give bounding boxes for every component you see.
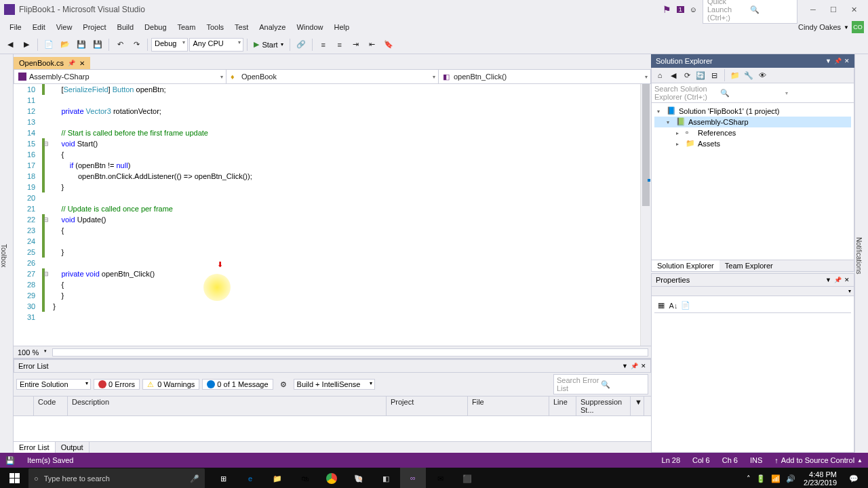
pin-icon[interactable]: 📌 [834, 58, 842, 64]
sync-button[interactable]: ⟳ [682, 70, 692, 81]
nav-back-button[interactable]: ◀ [3, 37, 18, 52]
show-all-button[interactable]: 📁 [730, 70, 741, 81]
indent-button[interactable]: ⇥ [349, 37, 363, 52]
menu-test[interactable]: Test [229, 22, 254, 33]
solution-explorer-header[interactable]: Solution Explorer ▼ 📌 ✕ [651, 54, 854, 68]
tree-node[interactable]: ▾📗Assembly-CSharp [654, 117, 851, 127]
user-name[interactable]: Cindy Oakes [798, 23, 841, 31]
nav-member-select[interactable]: ◧ openBtn_Click() [439, 70, 650, 83]
code-content[interactable]: [SerializeField] Button openBtn; private… [47, 84, 640, 346]
messages-filter[interactable]: 0 of 1 Message [202, 379, 273, 390]
task-view-button[interactable]: ⊞ [210, 468, 236, 488]
pin-icon[interactable]: 📌 [68, 60, 75, 66]
column-header[interactable]: Suppression St... [576, 396, 631, 415]
back-button[interactable]: ◀ [668, 70, 679, 81]
menu-edit[interactable]: Edit [27, 22, 51, 33]
menu-team[interactable]: Team [172, 22, 201, 33]
chevron-down-icon[interactable]: ▼ [825, 277, 831, 283]
nav-class-select[interactable]: ♦ OpenBook [226, 70, 439, 83]
action-center-button[interactable]: 💬 [841, 468, 867, 488]
chevron-down-icon[interactable]: ▼ [844, 24, 849, 30]
bottom-tab[interactable]: Output [56, 442, 90, 453]
column-header[interactable]: Project [387, 396, 468, 415]
taskbar-clock[interactable]: 4:48 PM 2/23/2019 [800, 470, 841, 487]
app-icon-2[interactable]: ⬛ [454, 468, 480, 488]
menu-file[interactable]: File [4, 22, 27, 33]
preview-button[interactable]: 👁 [757, 70, 768, 81]
explorer-app-icon[interactable]: 📁 [264, 468, 290, 488]
uncomment-button[interactable]: ≡ [332, 37, 347, 52]
store-app-icon[interactable]: 🛍 [292, 468, 317, 488]
config-select[interactable]: Debug [151, 38, 188, 52]
start-button[interactable] [1, 468, 28, 488]
chrome-app-icon[interactable] [319, 468, 344, 488]
chevron-down-icon[interactable]: ▼ [825, 58, 831, 64]
outdent-button[interactable]: ⇤ [365, 37, 380, 52]
add-source-control-button[interactable]: ↑ Add to Source Control ▲ [774, 456, 863, 464]
alphabetical-button[interactable]: A↓ [668, 300, 679, 311]
warnings-filter[interactable]: ⚠0 Warnings [142, 379, 199, 390]
close-button[interactable]: ✕ [844, 3, 864, 16]
unity-app-icon[interactable]: ◧ [373, 468, 399, 488]
new-project-button[interactable]: 📄 [41, 37, 56, 52]
filter-button[interactable]: ⚙ [276, 377, 291, 392]
volume-icon[interactable]: 🔊 [786, 474, 795, 483]
mic-icon[interactable]: 🎤 [190, 474, 199, 483]
solution-tree[interactable]: ▾📘Solution 'FlipBook1' (1 project)▾📗Asse… [651, 103, 854, 260]
nav-scope-select[interactable]: Assembly-CSharp [14, 70, 226, 83]
error-list-header[interactable]: Error List ▼ 📌 ✕ [14, 359, 651, 373]
file-tab-openbook[interactable]: OpenBook.cs 📌 ✕ [14, 57, 90, 69]
menu-window[interactable]: Window [291, 22, 328, 33]
filter-icon[interactable]: ▼ [631, 396, 644, 415]
toolbox-tab[interactable]: Toolbox [0, 54, 14, 453]
pin-icon[interactable]: 📌 [834, 277, 842, 283]
menu-debug[interactable]: Debug [139, 22, 172, 33]
user-avatar[interactable]: CO [852, 21, 864, 33]
pin-icon[interactable]: 📌 [631, 363, 638, 369]
save-all-button[interactable]: 💾 [90, 37, 105, 52]
menu-tools[interactable]: Tools [201, 22, 229, 33]
mail-app-icon[interactable]: ✉ [427, 468, 453, 488]
column-header[interactable]: File [468, 396, 549, 415]
properties-header[interactable]: Properties ▼ 📌 ✕ [651, 273, 854, 287]
collapse-button[interactable]: ⊟ [709, 70, 719, 81]
start-debug-button[interactable]: ▶ Start ▾ [251, 39, 285, 49]
comment-button[interactable]: ≡ [316, 37, 331, 52]
properties-button[interactable]: 🔧 [743, 70, 754, 81]
panel-tab[interactable]: Team Explorer [719, 260, 778, 271]
zoom-select[interactable]: 100 % [16, 348, 48, 357]
home-button[interactable]: ⌂ [654, 70, 665, 81]
menu-build[interactable]: Build [112, 22, 139, 33]
feedback-icon[interactable]: ☺ [690, 5, 697, 14]
undo-button[interactable]: ↶ [113, 37, 127, 52]
menu-analyze[interactable]: Analyze [254, 22, 291, 33]
attach-button[interactable]: 🔗 [294, 37, 309, 52]
platform-select[interactable]: Any CPU [189, 38, 243, 52]
menu-view[interactable]: View [51, 22, 78, 33]
system-tray[interactable]: ˄ 🔋 📶 🔊 [743, 474, 800, 483]
tree-node[interactable]: ▾📘Solution 'FlipBook1' (1 project) [654, 106, 851, 117]
notifications-tab[interactable]: Notifications [854, 54, 868, 453]
errors-filter[interactable]: 0 Errors [94, 379, 140, 390]
close-tab-button[interactable]: ✕ [79, 60, 85, 67]
horizontal-scrollbar[interactable] [52, 348, 648, 357]
column-header[interactable] [14, 396, 34, 415]
refresh-button[interactable]: 🔄 [695, 70, 706, 81]
chevron-down-icon[interactable]: ▼ [622, 363, 628, 369]
error-search-input[interactable]: Search Error List🔍 [553, 374, 648, 394]
app-icon[interactable]: 🐚 [346, 468, 372, 488]
solution-search-input[interactable]: Search Solution Explorer (Ctrl+;) 🔍▾ [651, 83, 854, 103]
taskbar-search-input[interactable]: ○ Type here to search 🎤 [28, 468, 205, 488]
menu-help[interactable]: Help [329, 22, 355, 33]
menu-project[interactable]: Project [77, 22, 111, 33]
bottom-tab[interactable]: Error List [14, 442, 56, 453]
column-header[interactable]: Description [68, 396, 387, 415]
tree-node[interactable]: ▸📁Assets [654, 138, 851, 149]
column-header[interactable]: Code [34, 396, 68, 415]
bookmark-button[interactable]: 🔖 [381, 37, 396, 52]
build-filter-select[interactable]: Build + IntelliSense [294, 379, 375, 390]
nav-fwd-button[interactable]: ▶ [19, 37, 34, 52]
quick-launch-input[interactable]: Quick Launch (Ctrl+;) 🔍 [703, 0, 797, 24]
save-button[interactable]: 💾 [74, 37, 89, 52]
panel-tab[interactable]: Solution Explorer [652, 260, 719, 271]
